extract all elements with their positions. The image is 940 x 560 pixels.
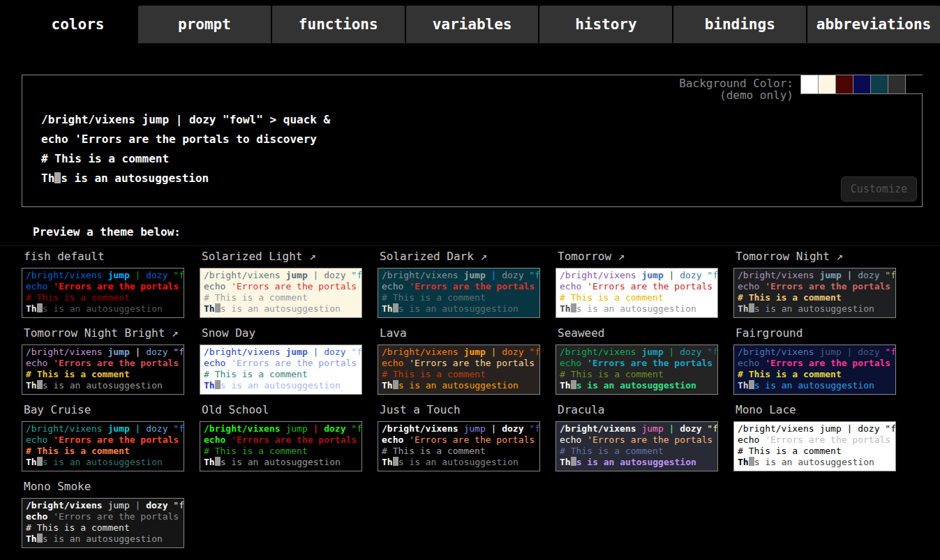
theme-cell: Just a Touch/bright/vixens jump | dozy "… — [378, 403, 540, 471]
token-dq: "fowl" > quack & — [173, 347, 184, 357]
theme-card-fairground[interactable]: /bright/vixens jump | dozy "fowl" > quac… — [733, 345, 896, 395]
token-param: jump — [107, 500, 129, 510]
theme-sample-line-3: # This is a comment — [204, 292, 358, 303]
background-color-label-line2: (demo only) — [719, 89, 793, 102]
bg-swatch-dark-red[interactable] — [835, 75, 853, 93]
token-sq: 'Errors are the portals to discovery — [53, 281, 184, 292]
bg-swatch-dark-teal[interactable] — [870, 75, 888, 93]
tab-colors[interactable]: colors — [19, 6, 137, 43]
theme-sample-line-2: echo 'Errors are the portals to discover… — [204, 434, 358, 446]
customize-button[interactable]: Customize — [841, 176, 917, 202]
token-comment: # This is a comment — [204, 446, 308, 456]
tab-abbreviations[interactable]: abbreviations — [807, 6, 940, 43]
token-typed: Th — [26, 457, 37, 467]
bg-swatch-cream[interactable] — [818, 75, 835, 93]
token-auto: s is an autosuggestion — [398, 380, 519, 391]
theme-sample-line-3: # This is a comment — [738, 292, 892, 303]
theme-sample-line-4: Ths is an autosuggestion — [738, 303, 892, 315]
token-typed: Th — [26, 533, 37, 544]
theme-sample-line-3: # This is a comment — [738, 369, 892, 380]
theme-card-mono-smoke[interactable]: /bright/vixens jump | dozy "fowl" > quac… — [22, 498, 184, 548]
theme-card-old-school[interactable]: /bright/vixens jump | dozy "fowl" > quac… — [200, 421, 362, 471]
theme-card-solarized-light[interactable]: /bright/vixens jump | dozy "fowl" > quac… — [200, 268, 362, 318]
theme-sample-line-1: /bright/vixens jump | dozy "fowl" > quac… — [26, 423, 180, 434]
main-content: Background Color:(demo only) /bright/vix… — [0, 75, 940, 548]
token-typed: Th — [26, 303, 37, 314]
token-typed: Th — [382, 457, 393, 467]
external-link-icon[interactable]: ↗ — [303, 250, 316, 263]
token-cmd2: dozy — [324, 270, 345, 280]
external-link-icon[interactable]: ↗ — [474, 250, 487, 263]
token-cmd2: dozy — [324, 423, 345, 434]
terminal-line-4: Ths is an autosuggestion — [41, 169, 922, 188]
theme-sample-line-4: Ths is an autosuggestion — [738, 380, 892, 391]
token-auto: s is an autosuggestion — [754, 303, 874, 314]
token-dq: "fowl" > quack & — [885, 270, 896, 280]
token-param: jump — [641, 423, 663, 434]
theme-card-solarized-dark[interactable]: /bright/vixens jump | dozy "fowl" > quac… — [378, 268, 540, 318]
theme-sample-line-1: /bright/vixens jump | dozy "fowl" > quac… — [560, 347, 714, 358]
bg-swatch-dark-gray[interactable] — [888, 75, 905, 93]
token-sq: 'Errors are the portals to discovery — [231, 434, 362, 445]
token-dq: "fowl" > quack & — [529, 423, 540, 434]
token-comment: # This is a comment — [26, 446, 130, 456]
token-comment: # This is a comment — [26, 369, 130, 379]
theme-sample-line-1: /bright/vixens jump | dozy "fowl" > quac… — [204, 347, 358, 358]
tab-history[interactable]: history — [539, 6, 672, 43]
tab-prompt[interactable]: prompt — [138, 6, 271, 43]
theme-card-tomorrow-night[interactable]: /bright/vixens jump | dozy "fowl" > quac… — [733, 268, 896, 318]
token-param: jump — [641, 347, 663, 357]
token-echo: echo — [204, 358, 225, 368]
external-link-icon[interactable]: ↗ — [830, 250, 843, 263]
theme-card-just-a-touch[interactable]: /bright/vixens jump | dozy "fowl" > quac… — [378, 421, 540, 471]
token-sq: 'Errors are the portals to discovery — [409, 281, 540, 292]
theme-title: fish default — [24, 250, 184, 263]
token-param: jump — [641, 270, 663, 280]
bg-swatch-navy[interactable] — [853, 75, 870, 93]
theme-card-tomorrow[interactable]: /bright/vixens jump | dozy "fowl" > quac… — [555, 268, 718, 318]
theme-sample-line-1: /bright/vixens jump | dozy "fowl" > quac… — [560, 270, 714, 281]
themes-grid: fish default/bright/vixens jump | dozy "… — [22, 250, 923, 548]
theme-card-dracula[interactable]: /bright/vixens jump | dozy "fowl" > quac… — [555, 421, 718, 471]
external-link-icon[interactable]: ↗ — [611, 250, 625, 263]
theme-card-seaweed[interactable]: /bright/vixens jump | dozy "fowl" > quac… — [555, 345, 718, 395]
token-dq: "fowl" > quack & — [707, 270, 718, 280]
bg-swatch-black[interactable] — [905, 75, 923, 93]
external-link-icon[interactable]: ↗ — [165, 326, 178, 340]
token-param: jump — [285, 347, 307, 357]
theme-card-mono-lace[interactable]: /bright/vixens jump | dozy "fowl" > quac… — [733, 421, 896, 471]
theme-cell: Fairground/bright/vixens jump | dozy "fo… — [733, 326, 896, 395]
theme-card-tomorrow-night-bright[interactable]: /bright/vixens jump | dozy "fowl" > quac… — [22, 345, 184, 395]
token-comment: # This is a comment — [26, 292, 130, 303]
token-auto: s is an autosuggestion — [43, 380, 163, 391]
theme-sample-line-2: echo 'Errors are the portals to discover… — [204, 358, 358, 369]
token-pipe: | — [313, 423, 319, 434]
theme-card-fish-default[interactable]: /bright/vixens jump | dozy "fowl" > quac… — [22, 268, 184, 318]
tab-bindings[interactable]: bindings — [673, 6, 806, 43]
theme-sample-line-4: Ths is an autosuggestion — [382, 457, 536, 468]
theme-sample-line-2: echo 'Errors are the portals to discover… — [738, 434, 892, 446]
autosuggestion-text: s is an autosuggestion — [61, 172, 209, 185]
theme-card-lava[interactable]: /bright/vixens jump | dozy "fowl" > quac… — [378, 345, 540, 395]
token-auto: s is an autosuggestion — [576, 380, 696, 391]
tab-functions[interactable]: functions — [272, 6, 405, 43]
theme-sample-line-4: Ths is an autosuggestion — [738, 457, 892, 468]
token-param: jump — [107, 270, 129, 280]
token-dq: "fowl" > quack & — [351, 423, 362, 434]
token-typed: Th — [560, 457, 571, 467]
tab-variables[interactable]: variables — [406, 6, 539, 43]
token-pipe: | — [313, 347, 319, 357]
color-preview-panel: Background Color:(demo only) /bright/vix… — [22, 75, 923, 207]
token-path: /bright/vixens — [738, 270, 814, 280]
token-cmd2: dozy — [680, 347, 701, 357]
token-echo: echo — [560, 281, 581, 292]
tab-bar: colorspromptfunctionsvariableshistorybin… — [0, 0, 940, 43]
theme-card-bay-cruise[interactable]: /bright/vixens jump | dozy "fowl" > quac… — [22, 421, 184, 471]
theme-card-snow-day[interactable]: /bright/vixens jump | dozy "fowl" > quac… — [200, 345, 362, 395]
bg-swatch-white[interactable] — [800, 75, 818, 93]
token-param: jump — [463, 423, 485, 434]
token-cmd2: dozy — [502, 423, 523, 434]
token-cmd2: dozy — [502, 270, 523, 280]
theme-sample-line-4: Ths is an autosuggestion — [382, 380, 536, 391]
token-typed: Th — [560, 380, 571, 391]
